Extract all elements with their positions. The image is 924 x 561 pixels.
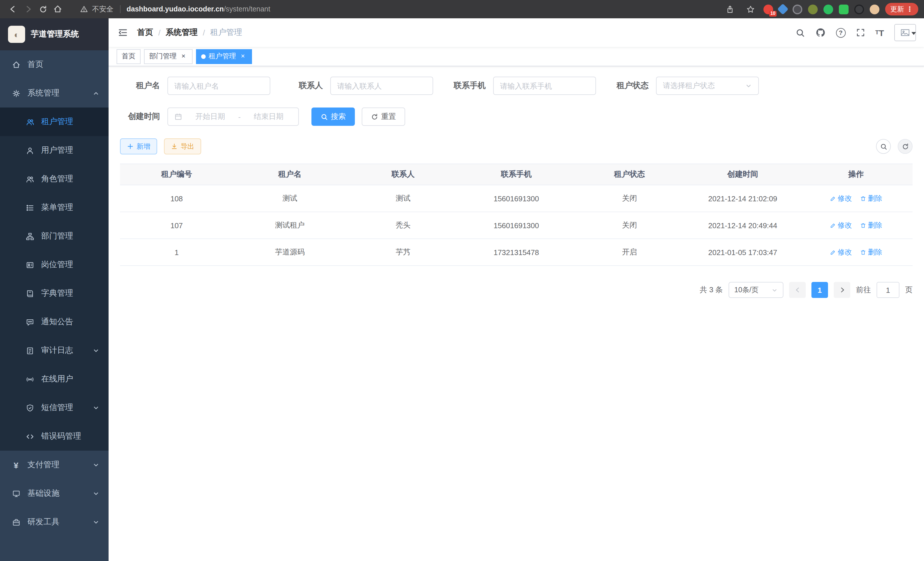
fullscreen-icon[interactable] bbox=[856, 28, 865, 37]
sidebar-item-audit-log[interactable]: 审计日志 bbox=[0, 336, 109, 365]
toggle-search-button[interactable] bbox=[876, 139, 891, 154]
status-select[interactable]: 请选择租户状态 bbox=[656, 77, 759, 95]
browser-update-button[interactable]: 更新 ⋮ bbox=[885, 3, 918, 15]
extension-icon[interactable] bbox=[793, 4, 802, 14]
header-search-icon[interactable] bbox=[795, 28, 805, 38]
cell-phone: 15601691300 bbox=[460, 185, 573, 212]
profile-avatar-icon[interactable] bbox=[870, 4, 879, 14]
filter-tenant-name: 租户名 bbox=[120, 77, 270, 95]
contact-input[interactable] bbox=[337, 81, 426, 90]
user-menu[interactable] bbox=[894, 24, 916, 41]
viewport: 不安全 dashboard.yudao.iocoder.cn/system/te… bbox=[0, 0, 924, 561]
code-icon bbox=[25, 432, 34, 441]
tab-dept[interactable]: 部门管理 × bbox=[144, 49, 193, 64]
browser-home-button[interactable] bbox=[50, 2, 65, 17]
contact-label: 联系人 bbox=[283, 81, 323, 91]
date-separator: - bbox=[238, 112, 241, 121]
tab-tenant[interactable]: 租户管理 × bbox=[196, 49, 252, 64]
breadcrumb-home[interactable]: 首页 bbox=[137, 27, 153, 38]
page-size-value: 10条/页 bbox=[734, 285, 768, 295]
delete-link[interactable]: 删除 bbox=[860, 247, 882, 257]
goto-page-input[interactable] bbox=[877, 282, 899, 298]
sidebar-item-menu[interactable]: 菜单管理 bbox=[0, 193, 109, 222]
sidebar-item-error-code[interactable]: 错误码管理 bbox=[0, 422, 109, 451]
edit-link[interactable]: 修改 bbox=[830, 194, 852, 203]
online-signal-icon bbox=[25, 375, 34, 384]
edit-link[interactable]: 修改 bbox=[830, 247, 852, 257]
extension-icon[interactable] bbox=[854, 4, 864, 14]
sidebar-item-system[interactable]: 系统管理 bbox=[0, 79, 109, 108]
sidebar-item-payment[interactable]: ¥ 支付管理 bbox=[0, 451, 109, 479]
reset-button[interactable]: 重置 bbox=[362, 108, 405, 126]
date-range-picker[interactable]: 开始日期 - 结束日期 bbox=[167, 108, 299, 126]
extension-badge: 10 bbox=[769, 11, 777, 16]
sidebar-item-notice[interactable]: 通知公告 bbox=[0, 308, 109, 336]
refresh-table-button[interactable] bbox=[898, 139, 913, 154]
chevron-down-icon bbox=[93, 462, 99, 468]
add-button-label: 新增 bbox=[136, 141, 150, 151]
close-icon[interactable]: × bbox=[239, 52, 247, 60]
edit-link[interactable]: 修改 bbox=[830, 220, 852, 230]
sidebar-item-devtools[interactable]: 研发工具 bbox=[0, 508, 109, 536]
cell-contact: 测试 bbox=[346, 185, 460, 212]
page-number-button[interactable]: 1 bbox=[812, 282, 828, 298]
filter-contact: 联系人 bbox=[283, 77, 433, 95]
delete-link[interactable]: 删除 bbox=[860, 194, 882, 203]
navbar-right-tools: ? TT bbox=[795, 24, 924, 41]
add-button[interactable]: 新增 bbox=[120, 138, 157, 154]
export-button[interactable]: 导出 bbox=[164, 138, 201, 154]
sidebar-item-home[interactable]: 首页 bbox=[0, 50, 109, 79]
next-page-button[interactable] bbox=[834, 282, 850, 298]
help-icon[interactable]: ? bbox=[836, 28, 845, 38]
sidebar-item-infra[interactable]: 基础设施 bbox=[0, 479, 109, 508]
sidebar-item-user[interactable]: 用户管理 bbox=[0, 136, 109, 165]
extension-icon[interactable] bbox=[824, 4, 833, 14]
sidebar-item-sms[interactable]: 短信管理 bbox=[0, 393, 109, 422]
security-label: 不安全 bbox=[92, 4, 113, 14]
extension-icon[interactable] bbox=[777, 3, 789, 15]
close-icon[interactable]: × bbox=[179, 52, 188, 60]
breadcrumb-system[interactable]: 系统管理 bbox=[166, 27, 198, 38]
gear-icon bbox=[11, 89, 21, 98]
font-size-icon[interactable]: TT bbox=[875, 28, 884, 37]
sidebar-item-post[interactable]: 岗位管理 bbox=[0, 250, 109, 279]
extension-icon[interactable]: 10 bbox=[764, 4, 773, 14]
browser-forward-button[interactable] bbox=[21, 2, 35, 17]
delete-link[interactable]: 删除 bbox=[860, 220, 882, 230]
col-phone: 联系手机 bbox=[460, 164, 573, 185]
search-button-label: 搜索 bbox=[331, 111, 346, 122]
app-logo[interactable]: ◐ 芋道管理系统 bbox=[0, 18, 109, 50]
goto-label: 前往 bbox=[856, 285, 871, 295]
share-icon[interactable] bbox=[722, 2, 737, 17]
github-icon[interactable] bbox=[815, 27, 825, 38]
page-size-select[interactable]: 10条/页 bbox=[729, 282, 783, 298]
cell-tenant-name: 测试 bbox=[233, 185, 346, 212]
sidebar-item-role[interactable]: 角色管理 bbox=[0, 165, 109, 193]
avatar-caret-icon bbox=[911, 32, 916, 35]
extension-icon[interactable] bbox=[808, 4, 818, 14]
contact-input-wrap bbox=[330, 77, 433, 95]
tenant-name-input[interactable] bbox=[174, 81, 263, 90]
sidebar-item-dict[interactable]: 字典管理 bbox=[0, 279, 109, 308]
sidebar-item-dept[interactable]: 部门管理 bbox=[0, 222, 109, 250]
address-bar[interactable]: 不安全 dashboard.yudao.iocoder.cn/system/te… bbox=[80, 4, 270, 14]
sidebar-toggle-button[interactable] bbox=[109, 27, 137, 38]
browser-right-controls: 10 更新 ⋮ bbox=[722, 2, 918, 17]
tab-home[interactable]: 首页 bbox=[117, 49, 141, 64]
app-title: 芋道管理系统 bbox=[31, 29, 79, 39]
browser-reload-button[interactable] bbox=[35, 2, 50, 17]
extension-icon[interactable] bbox=[839, 4, 849, 14]
bookmark-star-icon[interactable] bbox=[743, 2, 758, 17]
pagination-total: 共 3 条 bbox=[700, 285, 723, 295]
prev-page-button[interactable] bbox=[789, 282, 806, 298]
browser-back-button[interactable] bbox=[6, 2, 21, 17]
home-icon bbox=[11, 60, 21, 69]
search-button[interactable]: 搜索 bbox=[311, 108, 355, 126]
url-path: /system/tenant bbox=[224, 5, 270, 13]
sidebar-item-tenant[interactable]: 租户管理 bbox=[0, 108, 109, 136]
kebab-menu-icon[interactable]: ⋮ bbox=[906, 5, 913, 13]
tab-label: 部门管理 bbox=[149, 51, 177, 61]
phone-input[interactable] bbox=[500, 81, 589, 90]
cell-created: 2021-12-14 21:02:09 bbox=[686, 185, 799, 212]
sidebar-item-online-user[interactable]: 在线用户 bbox=[0, 365, 109, 393]
